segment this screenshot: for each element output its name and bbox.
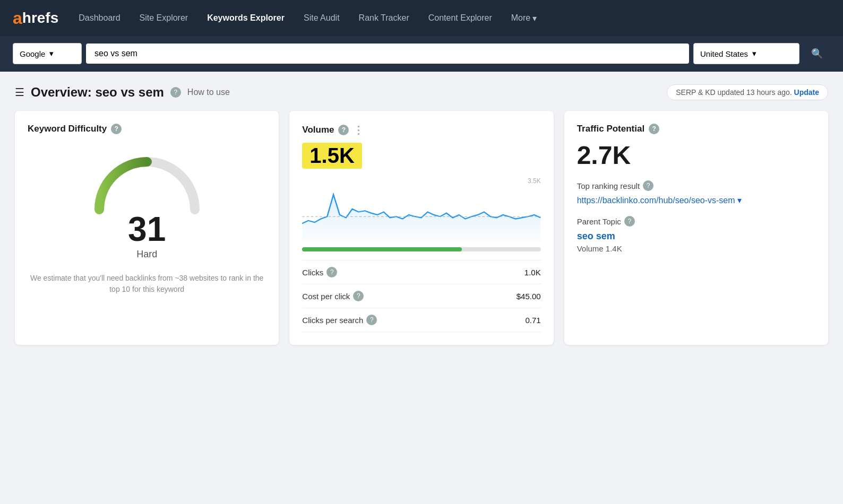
cps-value: 0.71 <box>525 316 540 325</box>
cpc-help-icon[interactable]: ? <box>353 291 364 301</box>
nav-content-explorer[interactable]: Content Explorer <box>421 9 500 27</box>
cpc-label: Cost per click ? <box>302 291 364 301</box>
traffic-card: Traffic Potential ? 2.7K Top ranking res… <box>564 111 828 345</box>
search-button[interactable]: 🔍 <box>804 42 830 65</box>
page-title: Overview: seo vs sem <box>31 85 164 100</box>
cps-label: Clicks per search ? <box>302 315 377 325</box>
logo-hrefs: hrefs <box>22 10 58 27</box>
parent-topic-volume: Volume 1.4K <box>577 244 815 253</box>
nav-rank-tracker[interactable]: Rank Tracker <box>351 9 417 27</box>
hamburger-icon[interactable]: ☰ <box>15 86 24 99</box>
logo[interactable]: a hrefs <box>13 8 58 28</box>
volume-card-title: Volume ? ⋮ <box>302 124 540 136</box>
clicks-help-icon[interactable]: ? <box>326 267 337 277</box>
clicks-metric: Clicks ? 1.0K <box>302 260 540 284</box>
how-to-use-link[interactable]: How to use <box>187 88 230 97</box>
chevron-down-icon: ▾ <box>737 195 742 205</box>
traffic-value: 2.7K <box>577 141 815 170</box>
metrics-row: Clicks ? 1.0K Cost per click ? $45.00 Cl… <box>302 260 540 332</box>
update-badge: SERP & KD updated 13 hours ago. Update <box>667 84 828 100</box>
top-ranking-help-icon[interactable]: ? <box>643 180 653 191</box>
update-link[interactable]: Update <box>794 88 819 97</box>
chevron-down-icon: ▾ <box>49 49 54 58</box>
search-bar: Google ▾ United States ▾ 🔍 <box>0 36 843 72</box>
more-menu-icon[interactable]: ⋮ <box>353 124 364 136</box>
traffic-card-title: Traffic Potential ? <box>577 124 815 134</box>
country-select[interactable]: United States ▾ <box>693 43 799 64</box>
engine-label: Google <box>20 49 45 58</box>
help-icon[interactable]: ? <box>170 87 181 98</box>
cps-help-icon[interactable]: ? <box>366 315 377 325</box>
clicks-progress-fill <box>302 247 462 251</box>
volume-chart: 3.5K <box>302 177 540 241</box>
page-header: ☰ Overview: seo vs sem ? How to use SERP… <box>15 84 828 100</box>
volume-help-icon[interactable]: ? <box>338 125 349 135</box>
update-text: SERP & KD updated 13 hours ago. <box>676 88 792 97</box>
clicks-label: Clicks ? <box>302 267 337 277</box>
search-input[interactable] <box>86 44 689 64</box>
content-area: ☰ Overview: seo vs sem ? How to use SERP… <box>0 72 843 358</box>
country-label: United States <box>700 49 748 58</box>
parent-topic-help-icon[interactable]: ? <box>624 216 635 227</box>
logo-a: a <box>13 8 22 28</box>
navbar: a hrefs Dashboard Site Explorer Keywords… <box>0 0 843 36</box>
top-ranking-url[interactable]: https://backlinko.com/hub/seo/seo-vs-sem… <box>577 195 815 205</box>
cards-row: Keyword Difficulty ? 31 <box>15 111 828 345</box>
volume-chart-svg <box>302 177 540 241</box>
volume-value: 1.5K <box>302 143 362 169</box>
gauge-svg <box>89 146 205 215</box>
cpc-metric: Cost per click ? $45.00 <box>302 284 540 308</box>
traffic-help-icon[interactable]: ? <box>649 124 659 134</box>
nav-more[interactable]: More <box>504 9 544 28</box>
chevron-down-icon: ▾ <box>752 49 756 58</box>
volume-card: Volume ? ⋮ 1.5K 3.5K <box>289 111 553 345</box>
chart-max-label: 3.5K <box>528 177 541 185</box>
cps-metric: Clicks per search ? 0.71 <box>302 308 540 332</box>
kd-label: Hard <box>136 249 157 260</box>
kd-description: We estimate that you'll need backlinks f… <box>28 273 266 295</box>
nav-dashboard[interactable]: Dashboard <box>71 9 127 27</box>
clicks-progress-bar <box>302 247 540 251</box>
nav-keywords-explorer[interactable]: Keywords Explorer <box>200 9 292 27</box>
clicks-value: 1.0K <box>524 268 541 277</box>
kd-card-title: Keyword Difficulty ? <box>28 124 266 134</box>
kd-card: Keyword Difficulty ? 31 <box>15 111 279 345</box>
parent-topic-link[interactable]: seo sem <box>577 231 815 242</box>
kd-score: 31 <box>128 210 166 249</box>
parent-topic-label: Parent Topic ? <box>577 216 815 227</box>
kd-help-icon[interactable]: ? <box>111 124 122 134</box>
gauge-container: 31 Hard We estimate that you'll need bac… <box>28 141 266 295</box>
cpc-value: $45.00 <box>517 292 541 301</box>
engine-select[interactable]: Google ▾ <box>13 43 82 64</box>
chevron-down-icon <box>532 13 537 23</box>
top-ranking-label: Top ranking result ? <box>577 180 815 191</box>
nav-site-audit[interactable]: Site Audit <box>296 9 347 27</box>
nav-site-explorer[interactable]: Site Explorer <box>132 9 196 27</box>
search-icon: 🔍 <box>811 48 823 59</box>
